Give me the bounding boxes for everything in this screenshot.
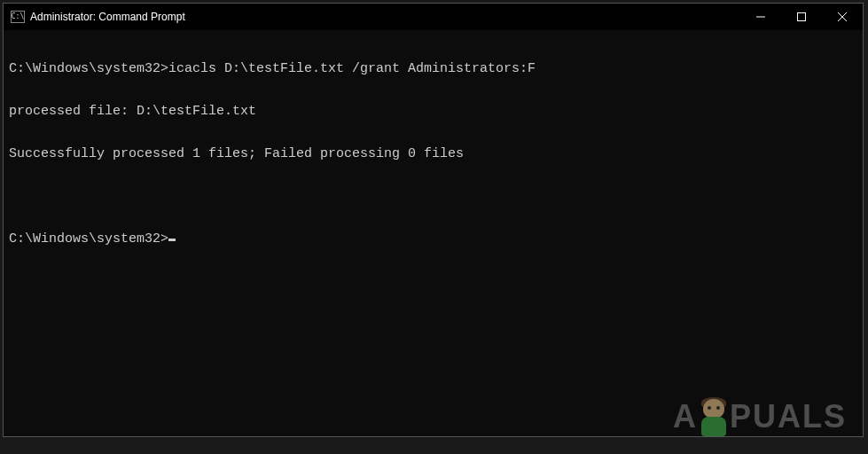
cmd-icon: C:\ <box>11 11 25 23</box>
terminal-output[interactable]: C:\Windows\system32>icacls D:\testFile.t… <box>4 30 863 436</box>
output-line: processed file: D:\testFile.txt <box>9 105 857 119</box>
window-title: Administrator: Command Prompt <box>30 11 185 23</box>
command-text: icacls D:\testFile.txt /grant Administra… <box>168 61 536 76</box>
window-controls <box>740 4 863 30</box>
titlebar[interactable]: C:\ Administrator: Command Prompt <box>4 4 863 30</box>
close-button[interactable] <box>822 4 863 30</box>
prompt-text: C:\Windows\system32> <box>9 232 168 247</box>
prompt-text: C:\Windows\system32> <box>9 61 168 76</box>
output-line: C:\Windows\system32>icacls D:\testFile.t… <box>9 62 857 76</box>
titlebar-left: C:\ Administrator: Command Prompt <box>11 11 185 23</box>
minimize-button[interactable] <box>740 4 781 30</box>
svg-rect-1 <box>798 13 806 21</box>
output-line-blank <box>9 190 857 204</box>
output-line: Successfully processed 1 files; Failed p… <box>9 147 857 161</box>
command-prompt-window: C:\ Administrator: Command Prompt C:\Win… <box>3 3 864 437</box>
maximize-button[interactable] <box>781 4 822 30</box>
cursor-icon <box>168 239 176 241</box>
current-prompt-line: C:\Windows\system32> <box>9 232 857 247</box>
